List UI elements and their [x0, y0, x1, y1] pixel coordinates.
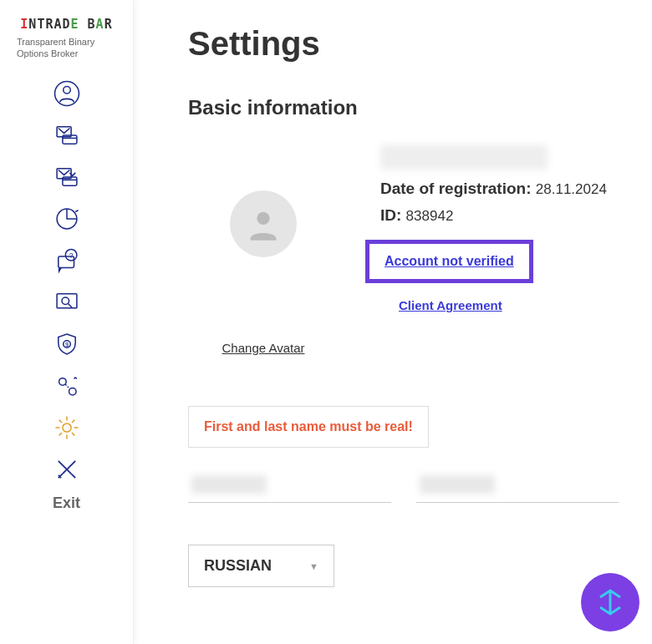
info-column: Date of registration: 28.11.2024 ID: 838… — [380, 145, 619, 356]
account-not-verified-link[interactable]: Account not verified — [385, 254, 514, 268]
change-avatar-link[interactable]: Change Avatar — [222, 341, 305, 355]
section-title: Basic information — [188, 96, 619, 119]
svg-point-11 — [62, 297, 69, 305]
support-icon[interactable]: ? — [50, 244, 84, 277]
main-content: Settings Basic information Change Avatar… — [134, 0, 652, 612]
svg-point-17 — [257, 212, 269, 225]
svg-point-1 — [63, 86, 70, 94]
reg-date-value: 28.11.2024 — [536, 181, 607, 197]
svg-rect-10 — [57, 293, 77, 307]
exit-link[interactable]: Exit — [0, 494, 133, 512]
tagline: Transparent Binary Options Broker — [0, 36, 133, 60]
redacted-name — [380, 145, 548, 170]
svg-point-16 — [62, 423, 70, 431]
logo: INTRADE BAR — [0, 17, 133, 32]
last-name-input[interactable] — [416, 469, 619, 503]
svg-point-14 — [59, 378, 66, 385]
id-value: 838942 — [406, 208, 454, 224]
settings-gear-icon[interactable] — [50, 411, 84, 444]
deposit-icon[interactable] — [50, 119, 84, 152]
svg-point-15 — [69, 388, 76, 395]
reg-date-label: Date of registration: — [380, 180, 532, 197]
chevron-down-icon: ▼ — [309, 561, 318, 571]
name-warning-box: First and last name must be real! — [188, 406, 429, 448]
profile-icon[interactable] — [50, 77, 84, 110]
security-icon[interactable]: $ — [50, 327, 84, 361]
language-select[interactable]: RUSSIAN ▼ — [188, 545, 334, 587]
basic-info-row: Change Avatar Date of registration: 28.1… — [188, 145, 619, 356]
battle-icon[interactable] — [50, 453, 84, 486]
registration-date: Date of registration: 28.11.2024 — [380, 180, 619, 198]
page-title: Settings — [188, 25, 619, 63]
avatar-column: Change Avatar — [188, 145, 339, 356]
redacted-last-name — [420, 475, 495, 494]
id-label: ID: — [380, 206, 401, 224]
client-agreement-link[interactable]: Client Agreement — [399, 298, 502, 312]
stats-icon[interactable] — [50, 202, 84, 236]
verification-highlight: Account not verified — [365, 240, 533, 283]
user-id: ID: 838942 — [380, 206, 619, 225]
language-selected: RUSSIAN — [204, 557, 272, 575]
first-name-input[interactable] — [188, 469, 391, 503]
referral-icon[interactable] — [50, 369, 84, 403]
chat-fab[interactable] — [581, 573, 639, 631]
name-warning-text: First and last name must be real! — [204, 419, 413, 434]
withdraw-icon[interactable] — [50, 160, 84, 194]
name-inputs-row — [188, 469, 619, 503]
avatar — [230, 190, 297, 257]
analysis-icon[interactable] — [50, 286, 84, 319]
redacted-first-name — [191, 475, 267, 494]
sidebar: INTRADE BAR Transparent Binary Options B… — [0, 0, 134, 644]
svg-text:?: ? — [69, 251, 73, 259]
